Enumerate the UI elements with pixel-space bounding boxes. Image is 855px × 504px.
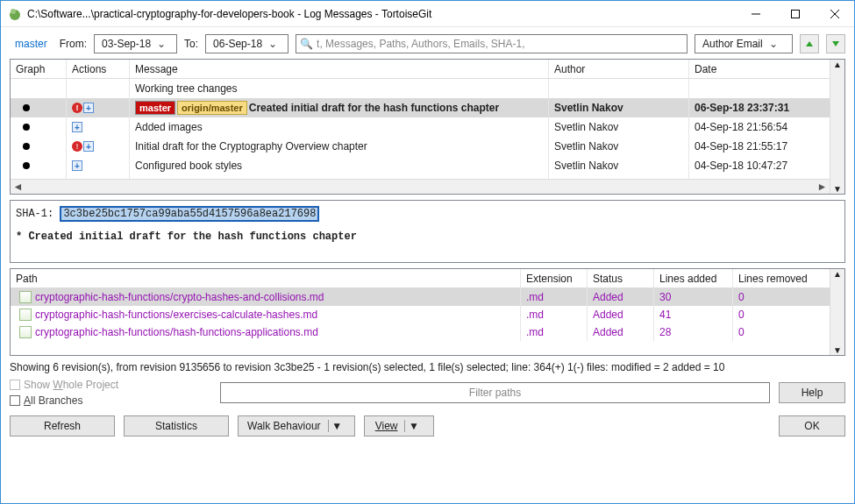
commit-message: * Created initial draft for the hash fun… (16, 231, 357, 243)
refresh-button[interactable]: Refresh (10, 415, 115, 437)
svg-point-1 (11, 9, 16, 14)
app-window: C:\Software...\practical-cryptography-fo… (0, 0, 855, 504)
commit-row[interactable]: +Added imagesSvetlin Nakov04-Sep-18 21:5… (11, 117, 830, 137)
commit-row[interactable]: !+masterorigin/master Created initial dr… (11, 98, 830, 117)
col-date[interactable]: Date (689, 60, 830, 78)
tortoisegit-icon (8, 7, 22, 21)
col-message[interactable]: Message (130, 60, 549, 78)
files-body: cryptographic-hash-functions/crypto-hash… (11, 288, 830, 341)
branch-badge: origin/master (177, 101, 247, 115)
col-graph[interactable]: Graph (11, 60, 67, 78)
show-whole-checkbox: Show Whole Project (10, 379, 211, 391)
filter-type-combo[interactable]: Author Email⌄ (695, 34, 793, 53)
branch-link[interactable]: master (10, 38, 53, 50)
files-header: Path Extension Status Lines added Lines … (11, 269, 830, 288)
fcol-path[interactable]: Path (11, 269, 521, 287)
bottom-row1: Show Whole Project All Branches Filter p… (10, 379, 845, 407)
file-row[interactable]: cryptographic-hash-functions/crypto-hash… (11, 288, 830, 306)
search-icon: 🔍 (300, 38, 313, 50)
status-line: Showing 6 revision(s), from revision 913… (10, 361, 845, 373)
close-button[interactable] (815, 2, 854, 26)
commit-row[interactable]: +Configured book stylesSvetlin Nakov04-S… (11, 156, 830, 175)
chevron-down-icon: ▼ (328, 420, 346, 432)
titlebar: C:\Software...\practical-cryptography-fo… (1, 1, 854, 27)
svg-rect-3 (791, 10, 799, 18)
to-date-combo[interactable]: 06-Sep-18⌄ (205, 34, 289, 53)
maximize-button[interactable] (775, 2, 815, 26)
chevron-down-icon: ⌄ (266, 38, 280, 50)
all-branches-checkbox[interactable]: All Branches (10, 394, 211, 407)
files-grid: Path Extension Status Lines added Lines … (10, 268, 845, 356)
commit-grid: Graph Actions Message Author Date Workin… (10, 59, 845, 195)
to-label: To: (184, 38, 198, 50)
statistics-button[interactable]: Statistics (124, 415, 229, 437)
view-button[interactable]: View▼ (364, 415, 434, 437)
scroll-up-icon[interactable]: ▲ (833, 60, 842, 69)
from-label: From: (60, 38, 87, 50)
button-row: Refresh Statistics Walk Behaviour▼ View▼… (10, 415, 845, 437)
scroll-down-icon[interactable]: ▼ (833, 345, 842, 355)
commit-row[interactable]: !+Initial draft for the Cryptography Ove… (11, 137, 830, 156)
chevron-down-icon: ⌄ (766, 38, 780, 50)
sha-value[interactable]: 3c3be25bc1757ca99aba55d4157596a8ea217698 (60, 206, 319, 222)
chevron-down-icon: ⌄ (154, 38, 168, 50)
branch-badge: master (135, 101, 175, 115)
add-icon: + (83, 141, 94, 152)
fcol-ext[interactable]: Extension (521, 269, 588, 287)
commit-detail[interactable]: SHA-1: 3c3be25bc1757ca99aba55d4157596a8e… (10, 200, 845, 263)
minimize-button[interactable] (736, 2, 775, 26)
scroll-up-icon[interactable]: ▲ (833, 269, 842, 279)
chevron-down-icon: ▼ (404, 420, 422, 432)
help-button[interactable]: Help (779, 382, 845, 403)
toolbar: master From: 03-Sep-18⌄ To: 06-Sep-18⌄ 🔍… (10, 34, 845, 53)
fcol-la[interactable]: Lines added (654, 269, 733, 287)
from-date-combo[interactable]: 03-Sep-18⌄ (94, 34, 177, 53)
grid-header: Graph Actions Message Author Date (11, 60, 830, 79)
fcol-status[interactable]: Status (588, 269, 654, 287)
file-row[interactable]: cryptographic-hash-functions/hash-functi… (11, 323, 830, 341)
file-icon (19, 309, 32, 321)
scroll-right-icon[interactable]: ► (815, 181, 830, 193)
scroll-down-icon[interactable]: ▼ (833, 184, 842, 194)
fcol-lr[interactable]: Lines removed (733, 269, 830, 287)
files-vertical-scrollbar[interactable]: ▲ ▼ (830, 269, 844, 355)
col-actions[interactable]: Actions (67, 60, 130, 78)
scroll-up-button[interactable] (800, 34, 819, 53)
alert-icon: ! (72, 103, 82, 113)
horizontal-scrollbar[interactable]: ◄ ► (11, 179, 830, 194)
ok-button[interactable]: OK (779, 415, 845, 437)
file-icon (19, 291, 32, 303)
vertical-scrollbar[interactable]: ▲ ▼ (830, 60, 844, 194)
scroll-down-button[interactable] (826, 34, 845, 53)
grid-body: Working tree changes!+masterorigin/maste… (11, 79, 830, 179)
search-input[interactable]: 🔍 t, Messages, Paths, Authors, Emails, S… (296, 34, 688, 53)
alert-icon: ! (72, 141, 82, 152)
window-title: C:\Software...\practical-cryptography-fo… (27, 8, 736, 20)
add-icon: + (72, 160, 82, 171)
commit-row[interactable]: Working tree changes (11, 79, 830, 98)
col-author[interactable]: Author (549, 60, 689, 78)
file-row[interactable]: cryptographic-hash-functions/exercises-c… (11, 306, 830, 323)
add-icon: + (72, 122, 82, 132)
add-icon: + (83, 103, 94, 113)
file-icon (19, 326, 32, 338)
sha-label: SHA-1: (16, 208, 53, 220)
filter-paths-input[interactable]: Filter paths (220, 382, 770, 403)
scroll-left-icon[interactable]: ◄ (11, 181, 25, 193)
walk-behaviour-button[interactable]: Walk Behaviour▼ (238, 415, 355, 437)
